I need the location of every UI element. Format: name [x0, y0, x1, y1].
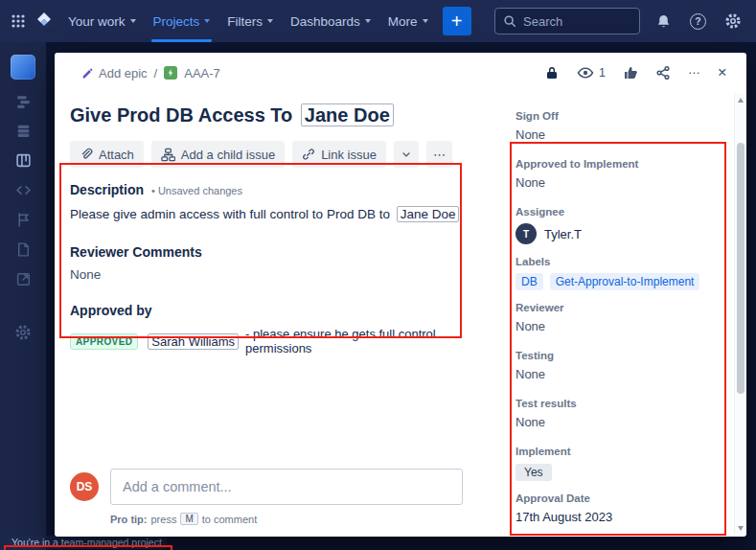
- field-testing: Testing None: [515, 350, 730, 381]
- field-approval-date: Approval Date 17th August 2023: [515, 493, 730, 524]
- main-menu: Your work Projects Filters Dashboards Mo…: [59, 0, 437, 42]
- add-child-issue-button[interactable]: Add a child issue: [151, 141, 285, 168]
- team-managed-banner: You're in a team-managed project: [7, 536, 167, 549]
- nav-filters[interactable]: Filters: [218, 0, 282, 42]
- app-switcher-icon[interactable]: [8, 11, 29, 32]
- chevron-down-icon: [401, 149, 412, 160]
- nav-dashboards[interactable]: Dashboards: [282, 0, 379, 42]
- plus-icon: +: [451, 11, 463, 32]
- nav-your-work[interactable]: Your work: [59, 0, 145, 42]
- like-icon[interactable]: [615, 60, 646, 85]
- approved-by-row: APPROVED Sarah Williams - please ensure …: [70, 327, 463, 355]
- attach-icon: [80, 148, 93, 161]
- field-approved-to-implement: Approved to Implement None: [515, 158, 730, 190]
- issue-actions: 1 ⋯ ✕: [537, 59, 735, 86]
- assignee-avatar: T: [515, 223, 537, 244]
- backlog-icon[interactable]: [15, 123, 32, 139]
- link-icon: [302, 148, 315, 161]
- scrollbar-thumb[interactable]: [737, 143, 745, 394]
- project-sidebar: [0, 42, 46, 550]
- issue-title[interactable]: Give Prod DB Access To Jane Doe: [70, 103, 463, 127]
- description-body[interactable]: Please give admin access with full contr…: [70, 205, 463, 223]
- title-name-highlight: Jane Doe: [301, 103, 394, 126]
- search-box[interactable]: [494, 8, 640, 34]
- releases-icon[interactable]: [15, 212, 32, 228]
- nav-right-group: ?: [494, 8, 745, 34]
- approver-name: Sarah Williams: [148, 333, 239, 350]
- comment-input[interactable]: [110, 469, 463, 505]
- toolbar-more-icon[interactable]: ⋯: [426, 141, 452, 168]
- field-implement: Implement Yes: [515, 446, 730, 481]
- attach-button[interactable]: Attach: [70, 141, 144, 168]
- label-tag-db[interactable]: DB: [515, 273, 543, 290]
- issue-toolbar: Attach Add a child issue: [70, 141, 463, 168]
- description-label: Description: [70, 182, 144, 197]
- close-icon[interactable]: ✕: [710, 61, 735, 84]
- watchers-count: 1: [599, 66, 606, 80]
- issue-key-link[interactable]: AAA-7: [184, 66, 220, 80]
- comment-pro-tip: Pro tip: press M to comment: [110, 513, 463, 525]
- issue-details-panel: Sign Off None Approved to Implement None…: [505, 93, 734, 537]
- code-icon[interactable]: [15, 182, 32, 198]
- breadcrumb: Add epic / AAA-7: [81, 66, 220, 80]
- search-input[interactable]: [523, 14, 631, 29]
- current-user-avatar: DS: [70, 472, 99, 501]
- approved-badge: APPROVED: [70, 333, 138, 350]
- assignee-value[interactable]: T Tyler.T: [515, 223, 730, 244]
- issue-modal-body: Give Prod DB Access To Jane Doe Attach: [55, 93, 734, 537]
- chevron-down-icon: [204, 19, 210, 23]
- chevron-down-icon: [267, 19, 273, 23]
- board-icon[interactable]: [15, 152, 32, 169]
- add-epic-button[interactable]: Add epic: [81, 66, 148, 80]
- project-avatar[interactable]: [11, 55, 35, 80]
- nav-more[interactable]: More: [379, 0, 437, 42]
- breadcrumb-separator: /: [154, 66, 158, 80]
- field-assignee: Assignee T Tyler.T: [515, 206, 730, 244]
- implement-chip[interactable]: Yes: [515, 464, 552, 481]
- more-actions-icon[interactable]: ⋯: [680, 61, 708, 84]
- settings-icon[interactable]: [722, 10, 745, 33]
- jira-application: Your work Projects Filters Dashboards Mo…: [0, 0, 756, 550]
- unsaved-changes-status: • Unsaved changes: [151, 185, 242, 196]
- share-icon[interactable]: [648, 60, 678, 85]
- issue-main-column: Give Prod DB Access To Jane Doe Attach: [55, 93, 505, 537]
- reviewer-comments-heading: Reviewer Comments: [70, 244, 463, 260]
- description-name-highlight: Jane Doe: [397, 206, 460, 222]
- scrollbar-down-arrow[interactable]: [735, 522, 745, 534]
- field-test-results: Test results None: [515, 398, 730, 429]
- field-sign-off: Sign Off None: [515, 110, 730, 142]
- watchers-icon[interactable]: 1: [569, 59, 613, 86]
- field-reviewer: Reviewer None: [515, 302, 730, 333]
- link-issue-button[interactable]: Link issue: [292, 141, 386, 168]
- label-tag-approval[interactable]: Get-Approval-to-Implement: [550, 273, 700, 290]
- lock-icon[interactable]: [537, 60, 567, 85]
- top-navigation-bar: Your work Projects Filters Dashboards Mo…: [0, 0, 756, 42]
- keyboard-shortcut-m: M: [180, 513, 197, 525]
- scrollbar-up-arrow[interactable]: [735, 94, 745, 105]
- shortcuts-icon[interactable]: [15, 271, 32, 287]
- pages-icon[interactable]: [15, 241, 32, 258]
- issue-modal: Add epic / AAA-7: [55, 53, 746, 537]
- field-labels: Labels DB Get-Approval-to-Implement: [515, 256, 730, 290]
- jira-logo[interactable]: [34, 11, 54, 31]
- project-settings-icon[interactable]: [14, 324, 32, 341]
- epic-icon: [164, 66, 177, 80]
- issue-modal-header: Add epic / AAA-7: [55, 53, 746, 93]
- nav-projects[interactable]: Projects: [145, 0, 219, 42]
- help-icon[interactable]: ?: [687, 11, 709, 33]
- modal-scrollbar[interactable]: [734, 93, 745, 535]
- approved-by-heading: Approved by: [70, 303, 463, 318]
- chevron-down-icon: [130, 19, 136, 23]
- reviewer-comments-value[interactable]: None: [70, 267, 463, 282]
- child-issue-icon: [161, 148, 175, 162]
- chevron-down-icon: [365, 19, 371, 23]
- edit-icon: [81, 67, 94, 80]
- link-issue-dropdown-button[interactable]: [394, 141, 419, 168]
- notifications-icon[interactable]: [653, 11, 675, 33]
- approver-note: - please ensure he gets full control per…: [245, 327, 463, 355]
- create-button[interactable]: +: [443, 7, 471, 35]
- roadmap-icon[interactable]: [15, 93, 32, 109]
- description-header: Description • Unsaved changes: [70, 182, 463, 197]
- comment-block: DS Pro tip: press M to comment: [70, 469, 463, 525]
- chevron-down-icon: [423, 19, 428, 23]
